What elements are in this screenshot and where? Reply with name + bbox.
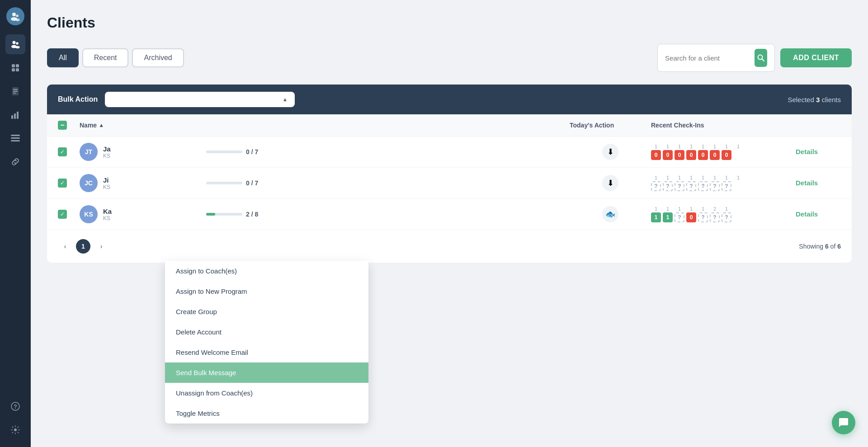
row1-client-info: JT Ja KS	[80, 143, 206, 161]
page-1-button[interactable]: 1	[76, 239, 90, 254]
row1-sub: KS	[103, 153, 111, 159]
dropdown-item-resend-email[interactable]: Resend Welcome Email	[165, 342, 368, 362]
page-title: Clients	[47, 14, 852, 31]
sidebar-item-clients[interactable]	[5, 34, 25, 54]
svg-rect-17	[14, 113, 16, 119]
row3-name: Ka	[103, 207, 112, 215]
row2-details[interactable]: Details	[796, 179, 841, 187]
row2-checkins: 1 1 1 1 1 1 1 1 ? ? ? ? ?	[651, 175, 796, 191]
clients-table: − Name ▲ Today's Action Recent Check-Ins…	[47, 114, 852, 263]
row2-action[interactable]: ⬇	[570, 175, 651, 191]
svg-point-7	[16, 46, 20, 49]
sidebar-bottom: ?	[5, 396, 25, 440]
svg-rect-14	[13, 91, 18, 92]
sidebar-logo[interactable]	[6, 7, 24, 25]
row1-details[interactable]: Details	[796, 148, 841, 156]
row2-action-icon[interactable]: ⬇	[602, 175, 618, 191]
sidebar-item-help[interactable]: ?	[5, 396, 25, 416]
tab-recent[interactable]: Recent	[82, 48, 129, 67]
pagination-info: Showing 6 of 6	[799, 243, 841, 250]
row2-sub: KS	[103, 184, 110, 190]
search-add-area: ADD CLIENT	[657, 44, 852, 72]
add-client-button[interactable]: ADD CLIENT	[780, 48, 852, 67]
tab-archived[interactable]: Archived	[132, 48, 184, 67]
dropdown-item-send-bulk[interactable]: Send Bulk Message	[165, 362, 368, 383]
svg-rect-13	[13, 89, 18, 90]
row3-details[interactable]: Details	[796, 210, 841, 218]
row3-checkins: 1 1 1 1 1 2 1 1 1 ? 0 ? ?	[651, 207, 796, 222]
row2-checkbox[interactable]: ✓	[58, 179, 80, 188]
dropdown-item-create-group[interactable]: Create Group	[165, 301, 368, 322]
table-section: Bulk Action ▲ Selected 3 clients Assign …	[47, 85, 852, 263]
svg-rect-16	[11, 115, 13, 119]
svg-point-5	[16, 42, 19, 45]
svg-point-0	[12, 13, 16, 16]
tabs: All Recent Archived	[47, 48, 184, 67]
svg-rect-18	[17, 112, 19, 119]
sidebar-item-links[interactable]	[5, 152, 25, 172]
dropdown-item-unassign[interactable]: Unassign from Coach(es)	[165, 383, 368, 403]
tab-all[interactable]: All	[47, 48, 79, 67]
main-content: Clients All Recent Archived ADD CLIENT	[31, 0, 868, 447]
sidebar-item-settings[interactable]	[5, 420, 25, 440]
row1-checkbox[interactable]: ✓	[58, 147, 80, 156]
row3-progress: 2 / 8	[206, 211, 570, 218]
search-input[interactable]	[665, 54, 751, 62]
bulk-action-dropdown: Assign to Coach(es) Assign to New Progra…	[165, 261, 368, 423]
row3-action-icon[interactable]: 🐟	[602, 206, 618, 222]
row3-checkbox[interactable]: ✓	[58, 210, 80, 219]
row1-action[interactable]: ⬇	[570, 144, 651, 160]
row1-progress: 0 / 7	[206, 148, 570, 155]
sidebar-item-list[interactable]	[5, 128, 25, 148]
top-bar: All Recent Archived ADD CLIENT	[47, 44, 852, 72]
bulk-action-select[interactable]: ▲	[105, 92, 295, 107]
table-row: ✓ JC Ji KS 0 / 7 ⬇	[47, 168, 852, 199]
next-page-button[interactable]: ›	[94, 239, 108, 254]
search-button[interactable]	[755, 49, 767, 67]
svg-rect-9	[16, 64, 19, 67]
dropdown-item-assign-program[interactable]: Assign to New Program	[165, 281, 368, 301]
sidebar-item-reports[interactable]	[5, 81, 25, 101]
bulk-select-arrow-icon: ▲	[282, 96, 288, 103]
row1-action-icon[interactable]: ⬇	[602, 144, 618, 160]
svg-point-1	[16, 14, 19, 17]
dropdown-item-toggle-metrics[interactable]: Toggle Metrics	[165, 403, 368, 423]
row1-name: Ja	[103, 145, 111, 153]
svg-rect-20	[11, 137, 20, 139]
selected-count: Selected 3 clients	[788, 96, 841, 104]
sidebar-item-dashboard[interactable]	[5, 58, 25, 78]
search-box	[657, 44, 775, 72]
row3-action[interactable]: 🐟	[570, 206, 651, 222]
row2-avatar: JC	[80, 174, 98, 192]
svg-point-3	[15, 19, 20, 21]
pagination: ‹ 1 › Showing 6 of 6	[47, 230, 852, 263]
row2-progress-text: 0 / 7	[246, 179, 258, 187]
chat-fab-button[interactable]	[832, 411, 855, 434]
svg-rect-15	[13, 93, 16, 94]
header-recent-checkins: Recent Check-Ins	[651, 122, 796, 129]
svg-rect-8	[12, 64, 15, 67]
table-header: − Name ▲ Today's Action Recent Check-Ins	[47, 114, 852, 136]
select-all-checkbox[interactable]: −	[58, 121, 80, 130]
prev-page-button[interactable]: ‹	[58, 239, 72, 254]
sidebar-item-analytics[interactable]	[5, 105, 25, 125]
header-name[interactable]: Name ▲	[80, 122, 206, 129]
header-todays-action: Today's Action	[570, 122, 651, 129]
svg-rect-10	[12, 68, 15, 71]
dropdown-item-delete-account[interactable]: Delete Account	[165, 322, 368, 342]
row2-client-info: JC Ji KS	[80, 174, 206, 192]
table-row: ✓ KS Ka KS 2 / 8 🐟	[47, 199, 852, 230]
svg-rect-19	[11, 135, 20, 136]
svg-line-26	[762, 59, 764, 61]
sort-arrow-icon: ▲	[99, 122, 104, 128]
row3-progress-text: 2 / 8	[246, 211, 258, 218]
row2-name: Ji	[103, 176, 110, 184]
svg-text:?: ?	[14, 404, 17, 410]
row3-avatar: KS	[80, 205, 98, 223]
table-row: ✓ JT Ja KS 0 / 7 ⬇	[47, 136, 852, 168]
svg-rect-11	[16, 68, 19, 71]
dropdown-item-assign-coach[interactable]: Assign to Coach(es)	[165, 261, 368, 281]
row3-client-info: KS Ka KS	[80, 205, 206, 223]
svg-point-24	[14, 428, 17, 431]
row3-sub: KS	[103, 215, 112, 221]
